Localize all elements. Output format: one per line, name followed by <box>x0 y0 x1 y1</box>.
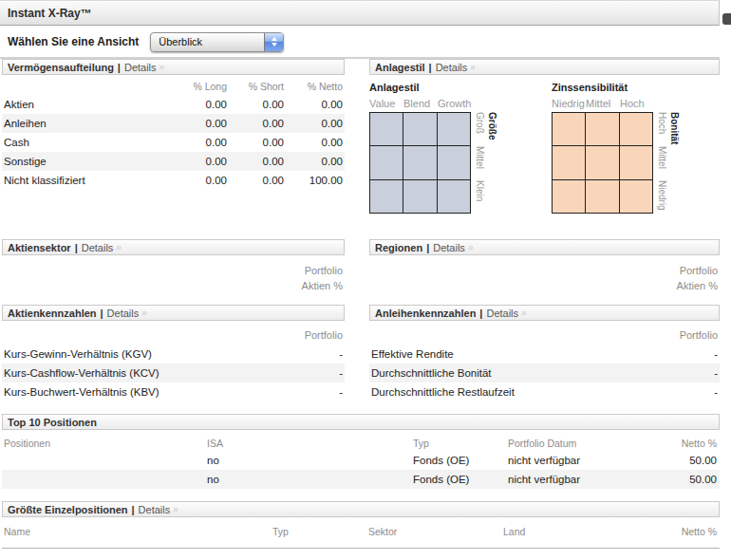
col-sektor: Sektor <box>368 526 503 537</box>
equity-style-row-labels: Groß Mittel Klein <box>475 112 485 215</box>
style-grid-cell <box>370 113 403 145</box>
chevron-right-icon: ›› <box>141 308 146 318</box>
table-row: Kurs-Cashflow-Verhältnis (KCV) - <box>2 364 345 383</box>
asset-allocation-column-headers: % Long % Short % Netto <box>2 78 345 95</box>
separator: | <box>132 504 135 515</box>
bond-stats-column-header: Portfolio <box>369 329 720 345</box>
largest-positions-details-link[interactable]: Details <box>139 504 171 515</box>
bond-stats-title: Anleihenkennzahlen <box>375 308 476 319</box>
table-row: Sonstige 0.00 0.00 0.00 <box>2 152 345 171</box>
bottom-divider <box>2 548 720 549</box>
largest-positions-header: Größte Einzelpositionen | Details ›› <box>2 501 720 517</box>
regions-column-header: Portfolio Aktien % <box>369 263 720 293</box>
style-grid-cell <box>403 113 436 145</box>
section-style: Anlagestil | Details ›› Anlagestil Value… <box>369 59 720 215</box>
asset-allocation-details-link[interactable]: Details <box>124 62 157 73</box>
chevron-right-icon: ›› <box>116 242 121 252</box>
separator: | <box>118 62 121 73</box>
table-row: Kurs-Gewinn-Verhältnis (KGV) - <box>2 345 345 364</box>
stock-stats-header: Aktienkennzahlen | Details ›› <box>2 305 345 321</box>
separator: | <box>429 62 432 73</box>
stock-sector-details-link[interactable]: Details <box>82 242 114 253</box>
table-row: no Fonds (OE) nicht verfügbar 50.00 <box>2 451 720 470</box>
chevron-right-icon: ›› <box>159 62 164 72</box>
arrow-up-icon <box>272 37 277 41</box>
bond-stats-header: Anleihenkennzahlen | Details ›› <box>369 305 720 321</box>
view-select[interactable]: Überblick <box>150 32 284 52</box>
section-largest-positions: Größte Einzelpositionen | Details ›› Nam… <box>2 501 720 549</box>
col-netto: % Netto <box>284 81 343 92</box>
bond-stats-details-link[interactable]: Details <box>486 308 518 319</box>
table-row: Cash 0.00 0.00 0.00 <box>2 133 345 152</box>
regions-title: Regionen <box>375 242 422 253</box>
bond-style-box-title: Zinssensibilität <box>552 82 680 93</box>
stock-stats-title: Aktienkennzahlen <box>8 308 97 319</box>
separator: | <box>75 242 78 253</box>
top10-column-headers: Positionen ISA Typ Portfolio Datum Netto… <box>2 435 720 451</box>
separator: | <box>426 242 429 253</box>
style-grid-cell <box>370 180 403 213</box>
bond-style-box: Zinssensibilität Niedrig Mittel Hoch <box>552 82 680 215</box>
section-stock-stats: Aktienkennzahlen | Details ›› Portfolio … <box>2 305 345 401</box>
col-typ: Typ <box>413 438 508 449</box>
chevron-right-icon: ›› <box>470 62 475 72</box>
table-row: Durchschnittliche Bonität - <box>369 364 720 383</box>
style-grid-cell <box>586 113 618 145</box>
section-bond-stats: Anleihenkennzahlen | Details ›› Portfoli… <box>369 305 720 401</box>
app-header: Instant X-Ray™ <box>0 0 720 26</box>
table-row: Durchschnittliche Restlaufzeit - <box>369 383 720 401</box>
top10-title: Top 10 Positionen <box>8 417 97 428</box>
style-grid-cell <box>553 180 585 213</box>
bond-style-row-labels: Hoch Mittel Niedrig <box>657 112 667 215</box>
style-grid-cell <box>553 146 585 178</box>
stock-stats-details-link[interactable]: Details <box>107 308 140 319</box>
separator: | <box>479 308 482 319</box>
col-portfolio-datum: Portfolio Datum <box>508 438 619 449</box>
table-row: Effektive Rendite - <box>369 345 720 364</box>
asset-allocation-title: Vermögensaufteilung <box>8 62 114 73</box>
style-grid-cell <box>586 180 618 213</box>
table-row: Aktien 0.00 0.00 0.00 <box>2 95 345 114</box>
table-row: no Fonds (OE) nicht verfügbar 50.00 <box>2 470 720 489</box>
scrollbar-track[interactable] <box>720 0 731 560</box>
bond-style-grid <box>552 112 653 214</box>
view-toolbar: Wählen Sie eine Ansicht Überblick <box>0 27 720 59</box>
col-typ: Typ <box>272 526 368 537</box>
view-select-label: Wählen Sie eine Ansicht <box>8 35 139 48</box>
style-grid-cell <box>553 113 585 145</box>
equity-style-axis-label: Größe <box>487 112 497 215</box>
chevron-right-icon: ›› <box>468 242 473 252</box>
arrow-down-icon <box>272 43 277 47</box>
top10-header: Top 10 Positionen <box>2 414 720 430</box>
page-title: Instant X-Ray™ <box>8 7 92 20</box>
table-row: Nicht klassifiziert 0.00 0.00 100.00 <box>2 171 345 190</box>
style-grid-cell <box>620 113 652 145</box>
style-grid-cell <box>586 146 618 178</box>
chevron-right-icon: ›› <box>521 308 526 318</box>
largest-positions-column-headers: Name Typ Sektor Land Netto % <box>2 523 720 539</box>
chevron-right-icon: ›› <box>173 504 178 514</box>
style-grid-cell <box>403 146 436 178</box>
view-select-value: Überblick <box>151 33 264 51</box>
col-name: Name <box>4 526 272 537</box>
stock-sector-title: Aktiensektor <box>8 242 71 253</box>
style-grid-cell <box>438 180 470 213</box>
asset-allocation-header: Vermögensaufteilung | Details ›› <box>2 59 345 75</box>
style-grid-cell <box>438 146 470 178</box>
style-details-link[interactable]: Details <box>436 62 468 73</box>
col-long: % Long <box>170 81 227 92</box>
table-row: Anleihen 0.00 0.00 0.00 <box>2 114 345 133</box>
equity-style-grid <box>369 112 471 214</box>
scrollbar-thumb[interactable] <box>722 13 731 25</box>
col-netto-pct: Netto % <box>617 526 717 537</box>
style-header: Anlagestil | Details ›› <box>369 59 720 75</box>
regions-details-link[interactable]: Details <box>433 242 465 253</box>
bond-style-col-labels: Niedrig Mittel Hoch <box>552 98 680 109</box>
style-grid-cell <box>403 180 436 213</box>
style-grid-cell <box>370 146 403 178</box>
largest-positions-title: Größte Einzelpositionen <box>8 504 128 515</box>
style-grid-cell <box>438 113 470 145</box>
table-row: Kurs-Buchwert-Verhältnis (KBV) - <box>2 383 345 401</box>
col-isa: ISA <box>207 438 413 449</box>
stock-sector-column-header: Portfolio Aktien % <box>2 263 345 293</box>
